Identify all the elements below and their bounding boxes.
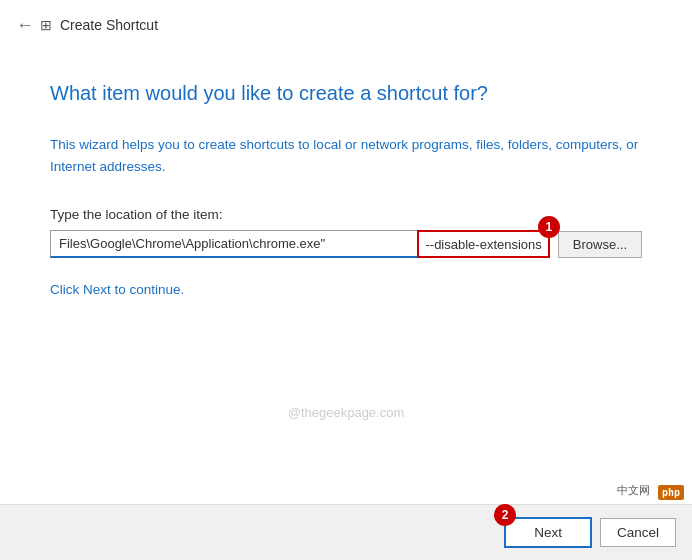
dialog-title: Create Shortcut bbox=[60, 17, 158, 33]
title-bar: ← ⊞ Create Shortcut bbox=[0, 0, 692, 50]
next-button-wrapper: 2 Next bbox=[504, 517, 592, 548]
php-badge: php bbox=[658, 485, 684, 500]
wizard-description: This wizard helps you to create shortcut… bbox=[50, 134, 642, 177]
wizard-question: What item would you like to create a sho… bbox=[50, 80, 642, 106]
location-input-row: --disable-extensions 1 Browse... bbox=[50, 230, 642, 258]
browse-button[interactable]: Browse... bbox=[558, 231, 642, 258]
next-button[interactable]: Next bbox=[504, 517, 592, 548]
click-next-instruction: Click Next to continue. bbox=[50, 282, 642, 297]
location-input-wrapper: --disable-extensions 1 bbox=[50, 230, 550, 258]
cancel-button[interactable]: Cancel bbox=[600, 518, 676, 547]
highlight-extension-flag: --disable-extensions bbox=[417, 230, 549, 258]
back-button[interactable]: ← bbox=[16, 15, 34, 36]
window-icon: ⊞ bbox=[40, 17, 52, 33]
badge-1: 1 bbox=[538, 216, 560, 238]
watermark: @thegeekpage.com bbox=[288, 405, 405, 420]
footer: 2 Next Cancel bbox=[0, 504, 692, 560]
main-content: What item would you like to create a sho… bbox=[0, 50, 692, 317]
chinese-label: 中文网 bbox=[617, 483, 650, 498]
